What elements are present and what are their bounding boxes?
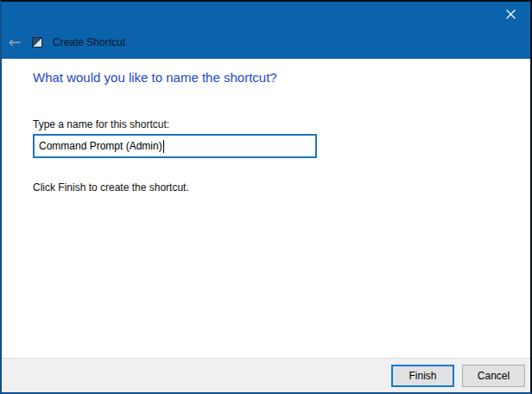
close-button[interactable]	[491, 2, 530, 27]
create-shortcut-wizard-window: ← Create Shortcut What would you like to…	[0, 0, 532, 394]
cancel-button[interactable]: Cancel	[462, 365, 525, 387]
text-caret	[163, 140, 164, 153]
window-title: Create Shortcut	[53, 36, 125, 48]
back-arrow-icon[interactable]: ←	[2, 35, 28, 50]
page-title: What would you like to name the shortcut…	[33, 70, 277, 85]
shortcut-file-icon	[32, 37, 42, 48]
footer-bar: Finish Cancel	[2, 358, 530, 392]
finish-button[interactable]: Finish	[391, 365, 454, 387]
close-x-icon	[506, 10, 516, 19]
finish-hint-text: Click Finish to create the shortcut.	[33, 181, 189, 194]
shortcut-name-input[interactable]: Command Prompt (Admin)	[33, 134, 317, 158]
window-chrome: ← Create Shortcut	[2, 2, 530, 59]
wizard-nav-row: ← Create Shortcut	[2, 26, 530, 59]
shortcut-name-value: Command Prompt (Admin)	[39, 140, 162, 152]
shortcut-name-label: Type a name for this shortcut:	[33, 118, 169, 130]
